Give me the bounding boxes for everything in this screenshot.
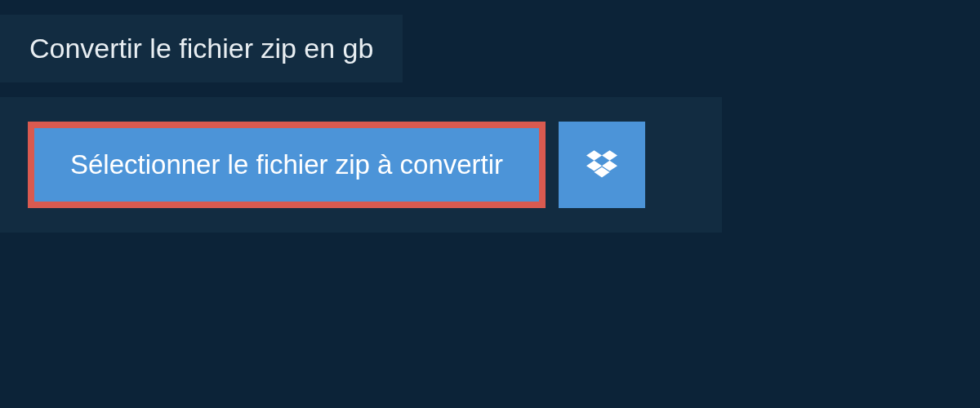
page-title-tab: Convertir le fichier zip en gb (0, 15, 403, 82)
select-file-label: Sélectionner le fichier zip à convertir (70, 149, 503, 180)
select-file-button[interactable]: Sélectionner le fichier zip à convertir (28, 122, 546, 208)
upload-actions-panel: Sélectionner le fichier zip à convertir (0, 97, 722, 233)
page-title: Convertir le fichier zip en gb (29, 33, 373, 64)
dropbox-icon (586, 148, 617, 182)
dropbox-upload-button[interactable] (559, 122, 645, 208)
